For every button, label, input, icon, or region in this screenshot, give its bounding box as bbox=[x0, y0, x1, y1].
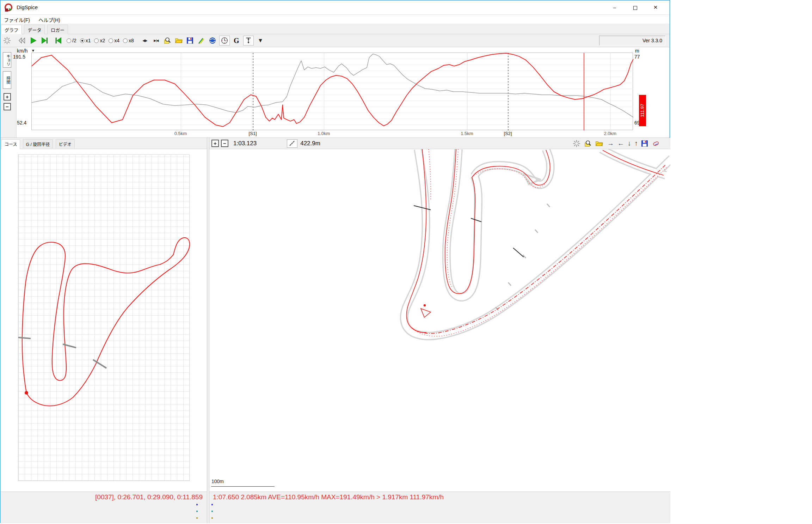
y-left-unit: km/h bbox=[17, 48, 27, 54]
pan-down-button[interactable]: ↓ bbox=[628, 140, 631, 147]
open-file-button[interactable] bbox=[174, 36, 183, 45]
lap-summary-status: 1:07.650 2.085km AVE=110.95km/h MAX=191.… bbox=[209, 492, 670, 501]
play-button[interactable] bbox=[29, 36, 38, 45]
speed-elevation-plot[interactable] bbox=[31, 53, 633, 130]
zoom-search-button[interactable] bbox=[163, 36, 172, 45]
map-scale-label: 100m bbox=[211, 479, 224, 484]
rewind-button[interactable] bbox=[17, 36, 26, 45]
map-scale-line bbox=[211, 486, 275, 487]
course-map-grid bbox=[18, 154, 190, 481]
course-track-line bbox=[22, 238, 190, 406]
lap-color-dot bbox=[196, 504, 198, 505]
speed-half-radio[interactable]: /2 bbox=[67, 38, 76, 43]
map-status-area: 1:07.650 2.085km AVE=110.95km/h MAX=191.… bbox=[209, 492, 670, 523]
tab-g-radius[interactable]: G / 旋回半径 bbox=[23, 139, 53, 148]
speed-x8-label: x8 bbox=[129, 38, 134, 43]
tab-video[interactable]: ビデオ bbox=[56, 139, 75, 148]
minimize-button[interactable]: – bbox=[605, 0, 624, 14]
radio-icon bbox=[94, 38, 99, 43]
title-bar: DigSpice – ✕ bbox=[0, 0, 670, 15]
lap-color-dot bbox=[211, 504, 213, 505]
fit-vertical-button[interactable] bbox=[243, 36, 254, 45]
lap-color-dot bbox=[211, 511, 213, 512]
map-cursor-time: 1:03.123 bbox=[233, 140, 257, 147]
marker-pen-button[interactable] bbox=[197, 36, 206, 45]
speed-x2-label: x2 bbox=[100, 38, 105, 43]
graph-zoom-in-button[interactable]: + bbox=[4, 93, 11, 100]
y-left-min: 52.4 bbox=[17, 120, 26, 126]
digspice-window: DigSpice – ✕ ファイル(F) ヘルプ(H) グラフ データ ロガー … bbox=[0, 0, 670, 523]
graph-zoom-out-button[interactable]: − bbox=[4, 103, 11, 110]
pan-up-button[interactable]: ↑ bbox=[635, 140, 638, 147]
dropdown-marker-button[interactable]: ▼ bbox=[256, 36, 265, 45]
map-zoom-search-button[interactable] bbox=[583, 139, 592, 148]
map-refresh-burst-button[interactable] bbox=[572, 139, 581, 148]
track-map-canvas bbox=[209, 149, 670, 492]
save-button[interactable] bbox=[185, 36, 195, 45]
course-panel: コース G / 旋回半径 ビデオ [0037], 0:26.701, 0:29.… bbox=[0, 138, 207, 523]
g-view-button[interactable]: G bbox=[232, 36, 241, 45]
axis-mode-tab-time[interactable]: 時間 bbox=[3, 71, 11, 89]
axis-marker-icon[interactable]: ▼ bbox=[31, 49, 35, 53]
lap-list-row[interactable] bbox=[209, 501, 670, 508]
desktop: DigSpice – ✕ ファイル(F) ヘルプ(H) グラフ データ ロガー … bbox=[0, 0, 812, 524]
speed-x2-radio[interactable]: x2 bbox=[94, 38, 105, 43]
map-open-file-button[interactable] bbox=[595, 139, 604, 148]
tab-course[interactable]: コース bbox=[1, 139, 20, 149]
speed-x8-radio[interactable]: x8 bbox=[123, 38, 134, 43]
course-map-area[interactable] bbox=[0, 149, 207, 492]
y-left-max: 191.5 bbox=[13, 54, 25, 60]
lap-list-row[interactable] bbox=[209, 508, 670, 514]
menu-file[interactable]: ファイル(F) bbox=[0, 15, 33, 24]
sector-tick-marks bbox=[18, 337, 106, 368]
map-eraser-button[interactable] bbox=[651, 139, 660, 148]
map-save-button[interactable] bbox=[640, 139, 649, 148]
map-zoom-out-button[interactable]: − bbox=[221, 140, 228, 147]
collapse-horizontal-icon[interactable]: ▶|◀ bbox=[152, 36, 161, 45]
map-zoom-in-button[interactable]: + bbox=[211, 140, 219, 147]
x-axis-label: 2.0km bbox=[604, 131, 616, 136]
pan-left-button[interactable]: ← bbox=[617, 140, 624, 147]
step-forward-button[interactable] bbox=[40, 36, 49, 45]
tab-logger[interactable]: ロガー bbox=[47, 25, 68, 34]
step-back-button[interactable] bbox=[54, 36, 63, 45]
lap-list-row[interactable] bbox=[0, 508, 207, 514]
tab-graph[interactable]: グラフ bbox=[1, 25, 22, 35]
x-axis-label: 1.0km bbox=[318, 131, 330, 136]
map-toolbar-right: → ← ↓ ↑ bbox=[570, 139, 660, 148]
course-track-canvas bbox=[18, 155, 190, 481]
x-axis-label: [S1] bbox=[249, 131, 257, 136]
laptime-clock-button[interactable] bbox=[219, 36, 230, 45]
maximize-button[interactable] bbox=[626, 0, 644, 14]
pan-right-button[interactable]: → bbox=[607, 140, 614, 147]
lap-list-row[interactable] bbox=[0, 501, 207, 508]
menu-bar: ファイル(F) ヘルプ(H) bbox=[0, 15, 670, 24]
map-panel: + − 1:03.123 422.9m → ← ↓ ↑ 100m 1:07. bbox=[209, 138, 670, 523]
main-toolbar: /2 x1 x2 x4 x8 ◀|▶ ▶|◀ G ▼ Ver 3.3.0 bbox=[0, 34, 670, 47]
course-tab-bar: コース G / 旋回半径 ビデオ bbox=[0, 138, 207, 149]
x-axis-label: 0.5km bbox=[174, 131, 187, 136]
axis-mode-tab-distance[interactable]: キョリ bbox=[3, 52, 11, 68]
panel-divider[interactable] bbox=[207, 138, 209, 523]
measure-ruler-icon[interactable] bbox=[287, 139, 297, 148]
speed-x4-radio[interactable]: x4 bbox=[109, 38, 119, 43]
google-earth-button[interactable] bbox=[208, 36, 217, 45]
track-map-area[interactable]: 100m bbox=[209, 149, 670, 492]
lap-list-row[interactable] bbox=[0, 514, 207, 521]
expand-horizontal-icon[interactable]: ◀|▶ bbox=[140, 36, 149, 45]
lap-list-row[interactable] bbox=[209, 514, 670, 521]
close-button[interactable]: ✕ bbox=[646, 0, 665, 14]
y-right-unit: m bbox=[635, 48, 639, 54]
x-axis-label: 1.5km bbox=[461, 131, 473, 136]
graph-side-gutter: キョリ 時間 + − bbox=[0, 47, 17, 138]
lap-color-dot bbox=[196, 511, 198, 512]
maximize-icon bbox=[633, 6, 637, 10]
x-axis: 0.5km1.0km1.5km2.0km[S1][S2] bbox=[0, 131, 670, 138]
refresh-burst-button[interactable] bbox=[2, 36, 12, 45]
menu-help[interactable]: ヘルプ(H) bbox=[35, 15, 63, 24]
speed-x1-radio[interactable]: x1 bbox=[80, 38, 91, 43]
lap-color-dot bbox=[196, 517, 198, 519]
tab-data[interactable]: データ bbox=[24, 25, 45, 34]
speed-x1-label: x1 bbox=[86, 38, 91, 43]
graph-section: キョリ 時間 + − km/h ▼ 191.5 52.4 m 77 69 111… bbox=[0, 47, 670, 138]
